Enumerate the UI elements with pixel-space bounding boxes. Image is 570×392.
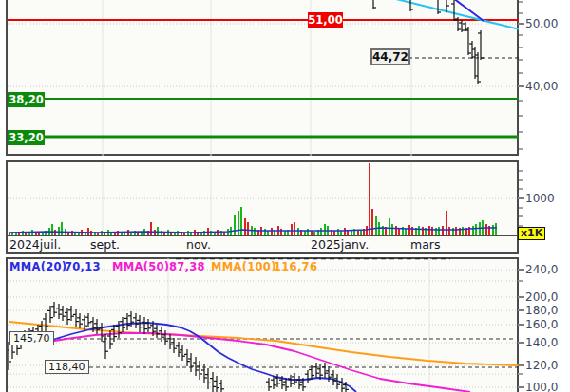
alert-label-51[interactable]: 51,00 bbox=[308, 12, 343, 28]
month-label-nov: nov. bbox=[186, 237, 211, 252]
axis-ticks bbox=[519, 2, 524, 387]
month-label-mars: mars bbox=[410, 237, 441, 252]
legend-mma20-value: 70,13 bbox=[65, 260, 101, 273]
level-label-118[interactable]: 118,40 bbox=[45, 360, 89, 374]
month-label-janv: 2025janv. bbox=[311, 237, 369, 252]
legend-mma100-name: MMA(100) bbox=[211, 260, 276, 273]
price-panel[interactable] bbox=[6, 0, 519, 156]
support-label-38[interactable]: 38,20 bbox=[8, 92, 45, 107]
ytick-140: 140,0 bbox=[525, 336, 558, 349]
ytick-180: 180,0 bbox=[525, 304, 558, 317]
month-label-juil: 2024juil. bbox=[10, 237, 61, 252]
ytick-120: 120,0 bbox=[525, 359, 558, 372]
level-label-145[interactable]: 145,70 bbox=[10, 331, 54, 345]
ytick-240: 240,0 bbox=[525, 263, 558, 276]
legend-mma50-name: MMA(50) bbox=[112, 260, 169, 273]
legend-mma50-value: 87,38 bbox=[169, 260, 205, 273]
month-label-sept: sept. bbox=[90, 237, 120, 252]
ytick-1000: 1000 bbox=[525, 192, 555, 205]
volume-panel[interactable] bbox=[6, 160, 519, 254]
ytick-100: 100,0 bbox=[525, 381, 558, 392]
legend-mma100-value: 116,76 bbox=[274, 260, 317, 273]
legend-mma20-name: MMA(20) bbox=[10, 260, 66, 273]
ytick-160: 160,0 bbox=[525, 318, 558, 331]
chart-window: 51,00 44,72 38,20 33,20 50,00 40,00 1000… bbox=[0, 0, 570, 392]
support-label-33[interactable]: 33,20 bbox=[8, 130, 45, 145]
ytick-40: 40,00 bbox=[525, 80, 558, 93]
last-price-label[interactable]: 44,72 bbox=[370, 48, 410, 65]
ytick-50: 50,00 bbox=[525, 17, 558, 30]
ytick-200: 200,0 bbox=[525, 290, 558, 304]
unit-badge: x1K bbox=[518, 227, 545, 240]
